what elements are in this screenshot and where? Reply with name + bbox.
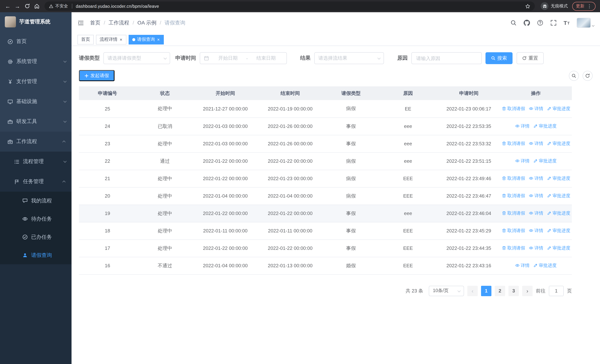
page-button-2[interactable]: 2: [495, 286, 505, 296]
action-audit-link[interactable]: 审批进度: [533, 262, 557, 269]
action-audit-link[interactable]: 审批进度: [547, 193, 570, 199]
action-detail-link[interactable]: 详情: [515, 262, 530, 269]
sidebar-item-devtools[interactable]: 研发工具: [0, 112, 72, 131]
security-warning[interactable]: 不安全: [49, 3, 68, 9]
action-cancel-link[interactable]: 取消请假: [502, 228, 525, 234]
action-detail-link[interactable]: 详情: [515, 158, 530, 164]
leave-type-select[interactable]: 请选择请假类型: [103, 52, 170, 64]
cell-end-time: 2022-01-22 00:00:00: [257, 205, 324, 222]
cell-start-time: 2022-01-22 00:00:00: [194, 152, 257, 170]
cell-end-time: 2022-01-23 00:00:00: [257, 170, 324, 187]
font-size-icon[interactable]: TT: [563, 20, 570, 26]
apply-time-range-picker[interactable]: 开始日期 - 结束日期: [200, 52, 287, 64]
action-detail-link[interactable]: 详情: [529, 245, 543, 251]
total-count: 共 23 条: [406, 288, 423, 294]
action-cancel-link[interactable]: 取消请假: [502, 193, 525, 199]
action-audit-link[interactable]: 审批进度: [547, 245, 570, 251]
refresh-table-icon[interactable]: [582, 71, 593, 81]
sidebar-item-process-management[interactable]: 流程管理: [0, 152, 72, 172]
search-button[interactable]: 搜索: [486, 52, 513, 64]
github-icon[interactable]: [524, 20, 530, 26]
tab-process-detail[interactable]: 流程详情 ×: [96, 35, 126, 44]
result-select[interactable]: 请选择流结果: [314, 52, 384, 64]
cell-start-time: 2022-01-22 00:00:00: [194, 239, 257, 257]
next-page-button[interactable]: ›: [522, 286, 533, 296]
app-logo[interactable]: 芋道管理系统: [0, 12, 72, 31]
reload-icon[interactable]: [22, 1, 32, 11]
eye-icon: [22, 216, 28, 222]
action-audit-link[interactable]: 审批进度: [533, 158, 557, 164]
table-row: 23处理中2022-01-03 00:00:002022-01-26 00:00…: [79, 135, 572, 152]
prev-page-button[interactable]: ‹: [467, 286, 478, 296]
sidebar-item-task-management[interactable]: 任务管理: [0, 172, 72, 192]
home-icon[interactable]: [32, 1, 41, 11]
action-cancel-link[interactable]: 取消请假: [502, 245, 525, 251]
flow-list-icon: [14, 159, 20, 164]
chevron-down-icon: [458, 289, 461, 292]
sidebar-item-leave-query[interactable]: 请假查询: [0, 246, 72, 264]
close-icon[interactable]: ×: [119, 37, 123, 42]
action-detail-link[interactable]: 详情: [529, 193, 543, 199]
sidebar-item-system[interactable]: 系统管理: [0, 52, 72, 72]
action-detail-link[interactable]: 详情: [529, 175, 543, 182]
app-header: 首页 工作流程 OA 示例 请假查询: [72, 12, 600, 33]
action-audit-link[interactable]: 审批进度: [547, 140, 570, 147]
url-bar[interactable]: 不安全 dashboard.yudao.iocoder.cn/bpm/oa/le…: [45, 1, 535, 11]
breadcrumb-oa-example[interactable]: OA 示例: [129, 19, 157, 26]
toggle-search-icon[interactable]: [569, 71, 579, 81]
tab-leave-query[interactable]: 请假查询 ×: [129, 35, 164, 44]
action-audit-link[interactable]: 审批进度: [547, 228, 570, 234]
sidebar-toggle-icon[interactable]: [77, 19, 84, 26]
reason-label: 原因: [397, 55, 408, 62]
action-audit-link[interactable]: 审批进度: [533, 123, 557, 129]
start-date-placeholder: 开始日期: [211, 55, 245, 62]
breadcrumb-home[interactable]: 首页: [90, 19, 100, 26]
sidebar-item-home[interactable]: 首页: [0, 31, 72, 52]
action-audit-link[interactable]: 审批进度: [547, 210, 570, 216]
forward-icon[interactable]: →: [13, 1, 22, 11]
breadcrumb-workflow[interactable]: 工作流程: [100, 19, 129, 26]
back-icon[interactable]: ←: [3, 1, 13, 11]
action-detail-link[interactable]: 详情: [529, 228, 543, 234]
action-cancel-link[interactable]: 取消请假: [502, 210, 525, 216]
page-button-3[interactable]: 3: [508, 286, 519, 296]
action-detail-link[interactable]: 详情: [529, 210, 543, 216]
apply-time-label: 申请时间: [175, 55, 196, 62]
help-icon[interactable]: [537, 20, 543, 26]
cell-apply-time: 2022-01-22 23:46:47: [438, 187, 500, 205]
cell-end-time: 2022-01-13 00:00:00: [257, 257, 324, 274]
action-detail-link[interactable]: 详情: [529, 140, 543, 147]
action-detail-link[interactable]: 详情: [529, 105, 543, 112]
action-audit-link[interactable]: 审批进度: [547, 175, 570, 182]
bookmark-star-icon[interactable]: [525, 3, 530, 9]
tab-home[interactable]: 首页: [77, 35, 94, 44]
user-menu[interactable]: [577, 18, 594, 28]
reset-button[interactable]: 重置: [517, 52, 544, 64]
page-button-1[interactable]: 1: [481, 286, 491, 296]
trash-icon: [502, 176, 506, 181]
sidebar-item-payment[interactable]: 支付管理: [0, 72, 72, 92]
page-size-select[interactable]: 10条/页: [429, 286, 464, 296]
action-detail-link[interactable]: 详情: [515, 123, 530, 129]
sidebar-item-my-processes[interactable]: 我的流程: [0, 192, 72, 210]
browser-update-button[interactable]: 更新 ⋮: [572, 2, 596, 10]
action-cancel-link[interactable]: 取消请假: [502, 175, 525, 182]
sidebar-item-workflow[interactable]: 工作流程: [0, 131, 72, 152]
reason-input[interactable]: [411, 52, 482, 64]
sidebar-item-label: 系统管理: [16, 58, 37, 65]
create-leave-button[interactable]: 发起请假: [79, 70, 114, 81]
action-audit-link[interactable]: 审批进度: [547, 105, 570, 112]
edit-icon: [533, 263, 538, 268]
sidebar-item-done-tasks[interactable]: 已办任务: [0, 228, 72, 246]
sidebar-item-todo-tasks[interactable]: 待办任务: [0, 210, 72, 228]
search-icon[interactable]: [510, 20, 516, 26]
fullscreen-icon[interactable]: [550, 20, 556, 26]
action-cancel-link[interactable]: 取消请假: [502, 140, 525, 147]
eye-icon: [529, 246, 533, 250]
close-icon[interactable]: ×: [157, 37, 160, 42]
browser-menu-icon[interactable]: ⋮: [587, 4, 592, 9]
table-row: 16不通过2022-01-04 00:00:002022-01-13 00:00…: [79, 257, 572, 274]
action-cancel-link[interactable]: 取消请假: [502, 105, 525, 112]
sidebar-item-infrastructure[interactable]: 基础设施: [0, 92, 72, 112]
goto-page-input[interactable]: [549, 286, 564, 296]
